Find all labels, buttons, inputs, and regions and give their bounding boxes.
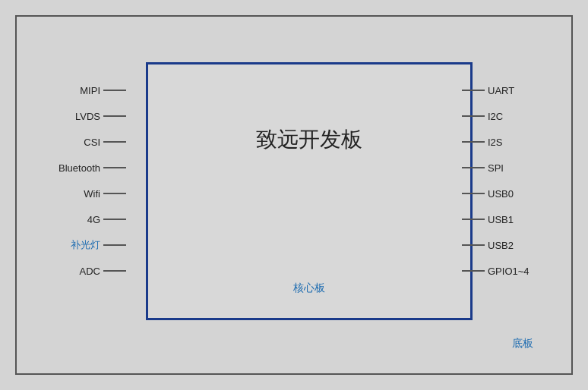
connector-uart [462,90,485,91]
connector-mipi [103,90,126,91]
label-row-csi: CSI [40,129,126,155]
label-row-usb0: USB0 [462,181,548,206]
label-uart: UART [488,85,548,96]
label-row-bluetooth: Bluetooth [40,155,126,181]
label-row-usb2: USB2 [462,232,548,258]
bottom-label: 底板 [512,337,533,351]
label-row-4g: 4G [40,206,126,232]
connector-i2c [462,115,485,117]
connector-spi [462,167,485,168]
label-gpio: GPIO1~4 [488,266,548,277]
connector-bluetooth [103,167,126,168]
label-adc: ADC [40,266,100,277]
connector-filllight [103,244,126,246]
label-bluetooth: Bluetooth [40,162,100,174]
connector-csi [103,141,126,143]
label-row-i2s: I2S [462,129,548,155]
connector-lvds [103,115,126,117]
label-row-lvds: LVDS [40,103,126,129]
connector-usb2 [462,244,485,246]
label-row-wifi: Wifi [40,181,126,206]
connector-i2s [462,141,485,143]
label-row-mipi: MIPI [40,77,126,103]
connector-4g [103,219,126,220]
label-row-adc: ADC [40,258,126,284]
label-i2c: I2C [488,111,548,122]
label-spi: SPI [488,162,548,174]
outer-board: 致远开发板 核心板 MIPI LVDS CSI Bluetooth Wifi 4… [15,15,573,375]
right-labels: UART I2C I2S SPI USB0 USB1 USB2 GPIO1~4 [462,77,548,284]
label-row-spi: SPI [462,155,548,181]
label-wifi: Wifi [40,188,100,200]
label-usb0: USB0 [488,188,548,200]
label-row-usb1: USB1 [462,206,548,232]
connector-usb1 [462,219,485,220]
label-row-uart: UART [462,77,548,103]
label-row-gpio: GPIO1~4 [462,258,548,284]
label-mipi: MIPI [40,85,100,96]
label-row-filllight: 补光灯 [40,232,126,258]
connector-wifi [103,193,126,194]
label-4g: 4G [40,214,100,225]
inner-board-title: 致远开发板 [256,125,362,154]
label-usb2: USB2 [488,240,548,251]
connector-gpio [462,270,485,272]
inner-board-subtitle: 核心板 [293,281,325,295]
label-filllight: 补光灯 [40,238,100,252]
inner-board: 致远开发板 核心板 [146,62,473,320]
label-usb1: USB1 [488,214,548,225]
label-row-i2c: I2C [462,103,548,129]
connector-adc [103,270,126,272]
connector-usb0 [462,193,485,194]
label-lvds: LVDS [40,111,100,122]
label-i2s: I2S [488,137,548,148]
label-csi: CSI [40,137,100,148]
left-labels: MIPI LVDS CSI Bluetooth Wifi 4G 补光灯 ADC [40,77,126,284]
